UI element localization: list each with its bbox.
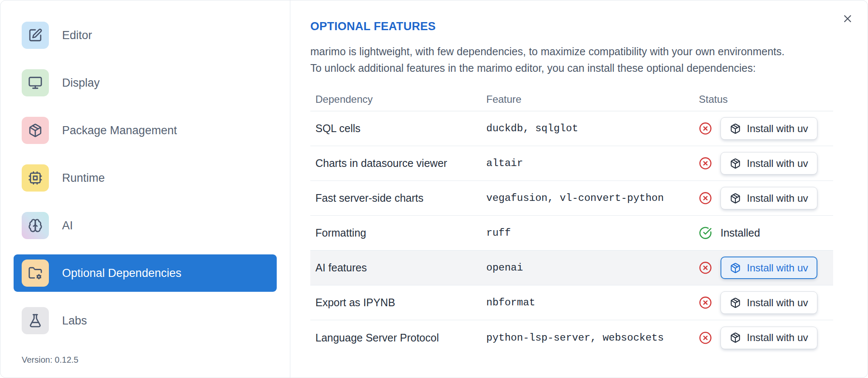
feature-cell: ruff [486, 227, 699, 239]
table-row-export-as-ipynb: Export as IPYNBnbformatInstall with uv [310, 285, 833, 320]
circle-check-icon [699, 226, 712, 240]
package-icon [730, 123, 741, 134]
description-line-1: marimo is lightweight, with few dependen… [310, 45, 785, 57]
dependency-cell: Fast server-side charts [315, 192, 486, 204]
dependency-cell: Language Server Protocol [315, 332, 486, 344]
monitor-icon [22, 69, 49, 96]
install-with-uv-button[interactable]: Install with uv [720, 117, 817, 140]
table-row-charts-in-datasource-viewer: Charts in datasource vieweraltairInstall… [310, 146, 833, 181]
table-row-sql-cells: SQL cellsduckdb, sqlglotInstall with uv [310, 111, 833, 146]
status-cell: Install with uv [699, 291, 833, 314]
sidebar-item-label: Editor [62, 29, 92, 42]
table-row-ai-features: AI featuresopenaiInstall with uv [310, 251, 833, 285]
table-row-language-server-protocol: Language Server Protocolpython-lsp-serve… [310, 320, 833, 355]
package-icon [730, 193, 741, 204]
dependency-cell: Formatting [315, 227, 486, 239]
package-icon [730, 297, 741, 308]
package-icon [730, 158, 741, 169]
feature-cell: python-lsp-server, websockets [486, 332, 699, 344]
close-icon[interactable] [840, 11, 855, 26]
status-cell: Installed [699, 226, 833, 240]
feature-cell: duckdb, sqlglot [486, 123, 699, 134]
table-row-fast-server-side-charts: Fast server-side chartsvegafusion, vl-co… [310, 181, 833, 216]
features-table: Dependency Feature Status SQL cellsduckd… [310, 87, 833, 355]
circle-x-icon [699, 331, 712, 344]
sidebar-item-label: Optional Dependencies [62, 267, 182, 280]
status-cell: Install with uv [699, 117, 833, 140]
folder-cog-icon [22, 260, 49, 287]
package-icon [730, 262, 741, 274]
install-button-label: Install with uv [747, 158, 808, 169]
features-table-body: SQL cellsduckdb, sqlglotInstall with uvC… [310, 111, 833, 355]
sidebar-item-label: Labs [62, 314, 87, 327]
sidebar-item-label: Runtime [62, 172, 105, 185]
install-button-label: Install with uv [747, 192, 808, 204]
install-button-label: Install with uv [747, 262, 808, 274]
sidebar-item-label: Package Management [62, 124, 177, 137]
install-with-uv-button[interactable]: Install with uv [720, 257, 817, 279]
install-with-uv-button[interactable]: Install with uv [720, 187, 817, 209]
install-with-uv-button[interactable]: Install with uv [720, 327, 817, 349]
status-cell: Install with uv [699, 257, 833, 279]
circle-x-icon [699, 296, 712, 309]
sidebar-item-display[interactable]: Display [14, 64, 277, 102]
features-table-header: Dependency Feature Status [310, 87, 833, 111]
dependency-cell: AI features [315, 262, 486, 274]
circle-x-icon [699, 261, 712, 274]
sidebar-item-label: Display [62, 76, 100, 90]
sidebar-item-ai[interactable]: AI [14, 207, 277, 244]
sidebar-item-editor[interactable]: Editor [14, 17, 277, 54]
install-button-label: Install with uv [747, 297, 808, 309]
column-header-feature: Feature [486, 93, 699, 105]
dependency-cell: Export as IPYNB [315, 296, 486, 309]
status-cell: Install with uv [699, 187, 833, 209]
feature-cell: altair [486, 158, 699, 169]
feature-cell: nbformat [486, 297, 699, 308]
status-cell: Install with uv [699, 152, 833, 175]
install-button-label: Install with uv [747, 123, 808, 135]
status-cell: Install with uv [699, 327, 833, 349]
sidebar-item-labs[interactable]: Labs [14, 302, 277, 339]
circle-x-icon [699, 192, 712, 205]
column-header-status: Status [699, 93, 833, 105]
dependency-cell: Charts in datasource viewer [315, 157, 486, 169]
version-label: Version: 0.12.5 [22, 355, 78, 365]
settings-sidebar: EditorDisplayPackage ManagementRuntimeAI… [0, 0, 290, 378]
sidebar-item-package-management[interactable]: Package Management [14, 112, 277, 149]
flask-icon [22, 307, 49, 334]
table-row-formatting: FormattingruffInstalled [310, 216, 833, 251]
feature-cell: openai [486, 262, 699, 274]
sidebar-item-runtime[interactable]: Runtime [14, 159, 277, 197]
circle-x-icon [699, 122, 712, 135]
install-with-uv-button[interactable]: Install with uv [720, 291, 817, 314]
installed-label: Installed [720, 227, 760, 239]
package-icon [730, 332, 741, 343]
install-with-uv-button[interactable]: Install with uv [720, 152, 817, 175]
brain-icon [22, 212, 49, 239]
sidebar-nav: EditorDisplayPackage ManagementRuntimeAI… [0, 17, 290, 339]
page-title: OPTIONAL FEATURES [310, 20, 868, 33]
description-line-2: To unlock additional features in the mar… [310, 62, 756, 74]
sidebar-item-optional-dependencies[interactable]: Optional Dependencies [14, 254, 277, 292]
square-pen-icon [22, 22, 49, 49]
dependency-cell: SQL cells [315, 122, 486, 135]
install-button-label: Install with uv [747, 332, 808, 344]
settings-dialog: EditorDisplayPackage ManagementRuntimeAI… [0, 0, 868, 378]
feature-cell: vegafusion, vl-convert-python [486, 192, 699, 204]
package-icon [22, 117, 49, 144]
circle-x-icon [699, 157, 712, 170]
optional-features-panel: OPTIONAL FEATURES marimo is lightweight,… [290, 0, 868, 378]
column-header-dependency: Dependency [315, 93, 486, 105]
sidebar-item-label: AI [62, 219, 73, 232]
description-text: marimo is lightweight, with few dependen… [310, 43, 837, 76]
cpu-icon [22, 164, 49, 192]
